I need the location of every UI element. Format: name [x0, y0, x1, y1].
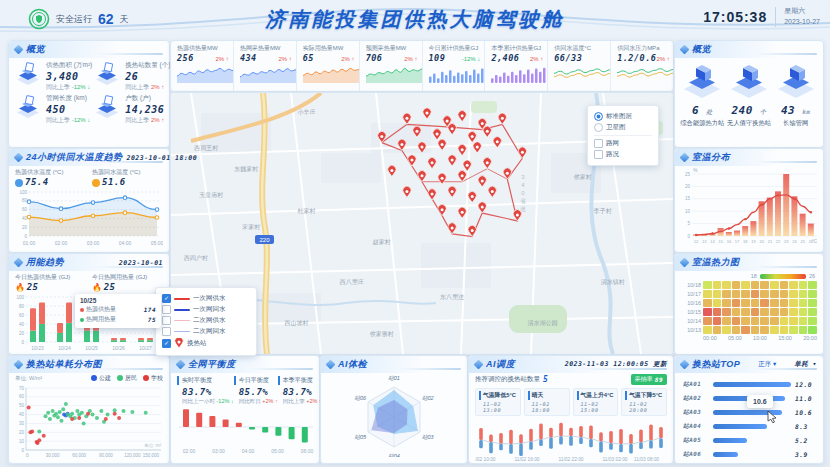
svg-text:20: 20 — [19, 430, 25, 435]
top-station-row: 站A0112.0 — [683, 377, 815, 391]
kpi-delta: 2% ↑ — [216, 56, 229, 62]
svg-text:80: 80 — [19, 304, 25, 309]
checkbox-icon[interactable] — [162, 305, 171, 314]
heatmap-cell — [751, 326, 760, 334]
station-bar[interactable] — [713, 452, 738, 457]
svg-text:站04: 站04 — [388, 453, 400, 457]
clock-divider — [775, 7, 776, 27]
layer-radio-option[interactable]: 卫星图 — [594, 123, 652, 132]
heatmap-cell — [808, 281, 817, 289]
station-bar[interactable] — [713, 382, 791, 387]
overview-stat: 240 个 无人值守换热站 — [726, 62, 773, 128]
stat-value: 450 — [46, 104, 90, 115]
station-name: 站A01 — [683, 380, 709, 389]
checkbox-icon[interactable] — [162, 316, 171, 325]
heatmap-cell — [703, 317, 712, 325]
kpi-delta: 2% ↑ — [341, 56, 354, 62]
map-legend-item[interactable]: ✓换热站 — [162, 338, 250, 349]
heatmap-cell — [789, 308, 798, 316]
map-legend-item[interactable]: 一次网回水 — [162, 305, 250, 314]
place-label: 侯家寨村 — [370, 330, 394, 338]
svg-text:40: 40 — [19, 322, 25, 327]
svg-text:25: 25 — [800, 239, 805, 244]
place-label: 西四户村 — [184, 254, 208, 262]
station-name: 站A06 — [683, 450, 709, 459]
svg-text:10/23: 10/23 — [31, 345, 44, 351]
line-sample — [174, 320, 190, 321]
station-bar-track — [713, 410, 791, 415]
overview-stat: 6 处 综合能源热力站 — [679, 62, 726, 128]
station-bar[interactable] — [713, 424, 767, 429]
svg-text:10/26: 10/26 — [112, 345, 125, 351]
diamond-icon — [176, 360, 186, 370]
panel-title: AI体检 — [338, 358, 367, 371]
checkbox-icon[interactable] — [594, 139, 603, 148]
kpi-label: 预测采热量MW — [366, 44, 418, 53]
kpi-cell: 热源供热量MW2562% ↑ — [171, 41, 234, 91]
checkbox-icon[interactable] — [162, 327, 171, 336]
weather-event-card: 气温降低5°C11-02 13:00 — [475, 388, 521, 416]
kpi-sparkline — [429, 63, 481, 87]
station-bar-track — [713, 452, 791, 457]
kpi-delta: 2% ↑ — [656, 56, 669, 62]
heatmap-cell — [808, 326, 817, 334]
svg-text:5: 5 — [687, 221, 690, 226]
kpi-value: 256 — [177, 53, 194, 63]
svg-text:90,000: 90,000 — [99, 453, 113, 458]
radio-icon[interactable] — [594, 123, 603, 132]
order-dropdown[interactable]: 正序 ▾ — [758, 360, 776, 369]
svg-text:02:00: 02:00 — [55, 240, 68, 246]
heatmap-cell — [741, 281, 750, 289]
station-bar[interactable] — [713, 438, 747, 443]
panel-balance: 全网平衡度 实时平衡度83.7%同比上一小时 -12% ↓今日平衡度85.7%同… — [170, 355, 320, 464]
svg-text:60: 60 — [19, 394, 25, 399]
facility-icon — [681, 62, 723, 98]
heatmap-cell — [732, 326, 741, 334]
map-legend-item[interactable]: ✓一次网供水 — [162, 294, 250, 303]
heatmap-cell — [741, 326, 750, 334]
heatmap-cell — [808, 308, 817, 316]
heatmap-cell — [741, 290, 750, 298]
svg-text:站01: 站01 — [388, 375, 400, 381]
heatmap-cell — [789, 326, 798, 334]
layer-checkbox[interactable]: 路况 — [594, 150, 652, 159]
heatmap-cell — [713, 308, 722, 316]
filter-dropdown[interactable]: 单耗 ▾ — [794, 360, 817, 369]
svg-text:20: 20 — [19, 331, 25, 336]
clock-time: 17:05:38 — [703, 9, 767, 25]
map-legend-item[interactable]: 二次网供水 — [162, 316, 250, 325]
panel-title: 全网平衡度 — [188, 358, 236, 371]
panel-station-top: 换热站TOP 正序 ▾ 单耗 ▾ 站A0112.0站A0211.0站A0310.… — [674, 355, 824, 464]
layer-radio-selected[interactable]: 标准图层 — [594, 112, 652, 121]
kpi-cell: 热网采热量MW4342% ↑ — [234, 41, 297, 91]
heatmap-cell — [751, 281, 760, 289]
radio-icon[interactable] — [594, 112, 603, 121]
checkbox-icon[interactable]: ✓ — [162, 294, 171, 303]
svg-text:0: 0 — [24, 234, 27, 239]
heatmap-cell — [799, 317, 808, 325]
svg-text:19: 19 — [751, 239, 756, 244]
svg-text:0: 0 — [687, 234, 690, 239]
platform-icon — [15, 61, 41, 89]
svg-text:单位: m²: 单位: m² — [144, 443, 161, 448]
heatmap-cell — [799, 308, 808, 316]
scale-max: 26 — [809, 273, 815, 279]
svg-text:15: 15 — [718, 239, 723, 244]
station-value: 8.3 — [795, 423, 815, 430]
svg-text:13: 13 — [702, 239, 707, 244]
heatmap-cell — [751, 299, 760, 307]
checkbox-icon[interactable] — [594, 150, 603, 159]
svg-text:60,000: 60,000 — [72, 453, 86, 458]
panel-energy-trend: 用能趋势 2023-10-01 今日热源供热量 (GJ)🔥 25今日热网用热量 … — [8, 253, 170, 355]
heatmap-cell — [703, 308, 712, 316]
diamond-icon — [14, 360, 24, 370]
kpi-cell: 本季累计供热量GJ2,4062% ↑ — [485, 41, 548, 91]
heatmap-cell — [732, 299, 741, 307]
checkbox-icon[interactable]: ✓ — [162, 339, 171, 348]
date: 2023-10-27 — [784, 18, 820, 25]
layer-checkbox[interactable]: 路网 — [594, 139, 652, 148]
svg-text:05:00: 05:00 — [271, 448, 284, 454]
map-legend-item[interactable]: 二次网回水 — [162, 327, 250, 336]
stat-value: 14,236 — [125, 104, 164, 115]
stat-delta: 同比上季 -12% ↓ — [46, 83, 92, 92]
